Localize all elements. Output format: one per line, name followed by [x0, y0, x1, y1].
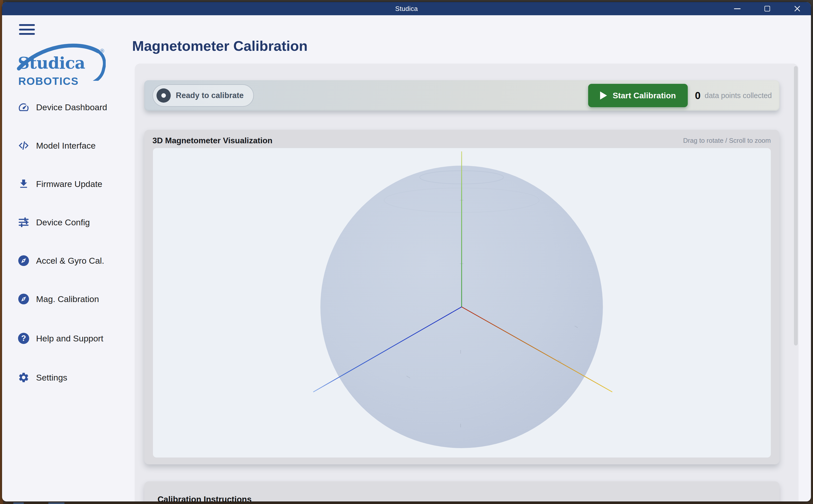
start-calibration-label: Start Calibration — [613, 91, 676, 100]
sidebar-item-label: Accel & Gyro Cal. — [36, 256, 104, 266]
axis-tick-marks — [407, 200, 578, 427]
start-calibration-button[interactable]: Start Calibration — [588, 84, 688, 107]
menu-icon — [19, 24, 35, 26]
compass-icon — [18, 255, 29, 266]
code-icon — [18, 140, 29, 151]
sidebar-item-label: Settings — [36, 373, 67, 383]
instructions-panel: Calibration Instructions — [144, 481, 779, 501]
logo-brand-text: Studica — [18, 53, 85, 72]
status-pill: Ready to calibrate — [152, 84, 254, 107]
sliders-icon — [18, 216, 29, 228]
scrollbar-track[interactable] — [794, 66, 798, 501]
maximize-button[interactable] — [760, 3, 774, 14]
play-icon — [600, 91, 607, 100]
window-title: Studica — [395, 5, 418, 13]
window-controls — [730, 2, 804, 15]
gear-icon — [18, 372, 29, 383]
3d-viewport[interactable] — [153, 148, 771, 458]
question-circle-icon: ? — [18, 333, 29, 344]
data-points-count: 0 — [695, 90, 700, 101]
visualization-panel: 3D Magnetometer Visualization Drag to ro… — [144, 130, 779, 464]
logo-subtext: ROBOTICS — [18, 75, 79, 87]
close-icon — [794, 5, 801, 12]
app-window: Studica Studica ® — [2, 2, 811, 501]
taskbar-icon-fragment — [48, 502, 65, 504]
visualization-title: 3D Magnetometer Visualization — [152, 136, 272, 145]
sidebar-item-label: Device Config — [36, 217, 90, 227]
sidebar-item-device-dashboard[interactable]: Device Dashboard — [18, 99, 122, 116]
sidebar-item-label: Device Dashboard — [36, 102, 107, 112]
axes-overlay — [153, 148, 771, 458]
status-label: Ready to calibrate — [176, 91, 244, 100]
minimize-icon — [734, 8, 741, 9]
minimize-button[interactable] — [730, 3, 744, 14]
studica-logo: Studica ® ROBOTICS — [17, 38, 106, 96]
sidebar-item-firmware-update[interactable]: Firmware Update — [18, 176, 122, 192]
content-scroll-container: Ready to calibrate Start Calibration 0 d… — [135, 64, 799, 501]
sidebar-item-label: Help and Support — [36, 334, 103, 343]
speedometer-icon — [18, 101, 29, 113]
sidebar-item-label: Mag. Calibration — [36, 294, 99, 304]
sidebar: Studica ® ROBOTICS Device Dashboard Mode… — [2, 15, 130, 501]
record-icon — [157, 88, 171, 103]
x-axis-line — [462, 307, 612, 392]
logo-registered-mark: ® — [100, 48, 104, 54]
sidebar-item-help-support[interactable]: ? Help and Support — [18, 330, 122, 347]
maximize-icon — [764, 6, 770, 11]
page-title: Magnetometer Calibration — [132, 38, 308, 54]
title-bar: Studica — [2, 2, 811, 15]
z-axis-line — [313, 307, 462, 392]
visualization-header: 3D Magnetometer Visualization Drag to ro… — [152, 136, 771, 145]
compass-icon — [18, 293, 29, 305]
sidebar-item-device-config[interactable]: Device Config — [18, 214, 122, 231]
calibration-status-bar: Ready to calibrate Start Calibration 0 d… — [144, 80, 779, 111]
sidebar-item-model-interface[interactable]: Model Interface — [18, 137, 122, 154]
sidebar-item-label: Model Interface — [36, 141, 96, 151]
app-body: Studica ® ROBOTICS Device Dashboard Mode… — [2, 15, 811, 501]
instructions-title: Calibration Instructions — [158, 495, 252, 501]
sidebar-item-accel-gyro-cal[interactable]: Accel & Gyro Cal. — [18, 252, 122, 269]
hamburger-menu-button[interactable] — [19, 23, 35, 36]
sidebar-item-label: Firmware Update — [36, 179, 102, 189]
taskbar-icon-fragment — [13, 502, 24, 504]
close-button[interactable] — [790, 3, 804, 14]
sidebar-item-mag-calibration[interactable]: Mag. Calibration — [18, 291, 122, 307]
scrollbar-thumb[interactable] — [794, 66, 798, 345]
download-icon — [18, 178, 29, 190]
sidebar-item-settings[interactable]: Settings — [18, 369, 122, 386]
data-points-label: data points collected — [705, 91, 772, 100]
visualization-hint: Drag to rotate / Scroll to zoom — [683, 137, 771, 145]
